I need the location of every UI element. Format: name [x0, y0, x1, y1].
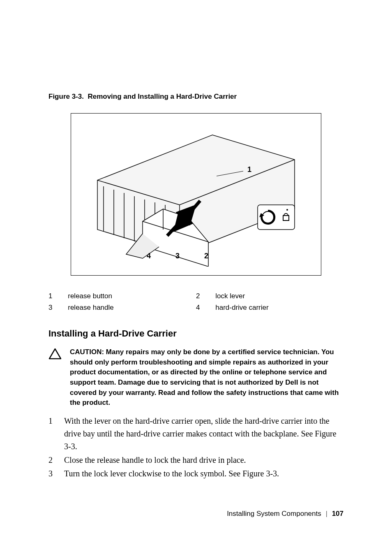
callout-2: 2 — [204, 252, 208, 260]
caution-text: CAUTION: Many repairs may only be done b… — [70, 347, 344, 408]
page-footer: Installing System Components | 107 — [227, 510, 344, 518]
figure-illustration: 1 2 3 4 — [71, 113, 321, 276]
legend-label: release handle — [68, 304, 196, 312]
figure-caption-prefix: Figure 3-3. — [48, 93, 84, 100]
caution-icon — [48, 347, 62, 408]
legend-label: hard-drive carrier — [215, 304, 344, 312]
svg-point-19 — [286, 209, 288, 211]
callout-3: 3 — [175, 252, 180, 260]
section-heading: Installing a Hard-Drive Carrier — [48, 328, 344, 339]
legend-label: lock lever — [215, 292, 344, 300]
step-number: 3 — [48, 467, 64, 480]
legend-num: 2 — [196, 292, 215, 300]
step-number: 2 — [48, 454, 64, 466]
footer-separator: | — [325, 510, 327, 518]
svg-marker-20 — [49, 349, 61, 359]
callout-4: 4 — [147, 252, 151, 260]
step-number: 1 — [48, 415, 64, 453]
legend-num: 1 — [48, 292, 68, 300]
footer-section: Installing System Components — [227, 510, 321, 518]
legend-row: 3 release handle 4 hard-drive carrier — [48, 304, 344, 312]
step-item: 3 Turn the lock lever clockwise to the l… — [48, 467, 344, 480]
step-text: Close the release handle to lock the har… — [64, 454, 344, 466]
step-text: Turn the lock lever clockwise to the loc… — [64, 467, 344, 480]
step-text: With the lever on the hard-drive carrier… — [64, 415, 344, 453]
step-item: 2 Close the release handle to lock the h… — [48, 454, 344, 466]
legend-row: 1 release button 2 lock lever — [48, 292, 344, 300]
legend-label: release button — [68, 292, 196, 300]
footer-page-number: 107 — [332, 510, 344, 518]
step-item: 1 With the lever on the hard-drive carri… — [48, 415, 344, 453]
legend-num: 3 — [48, 304, 68, 312]
figure-caption-title: Removing and Installing a Hard-Drive Car… — [88, 93, 237, 100]
legend-num: 4 — [196, 304, 215, 312]
caution-block: CAUTION: Many repairs may only be done b… — [48, 347, 344, 408]
figure-caption: Figure 3-3. Removing and Installing a Ha… — [48, 93, 344, 101]
hard-drive-carrier-diagram: 1 2 3 4 — [81, 123, 311, 267]
callout-1: 1 — [247, 165, 251, 174]
figure-legend: 1 release button 2 lock lever 3 release … — [48, 292, 344, 312]
steps-list: 1 With the lever on the hard-drive carri… — [48, 415, 344, 480]
